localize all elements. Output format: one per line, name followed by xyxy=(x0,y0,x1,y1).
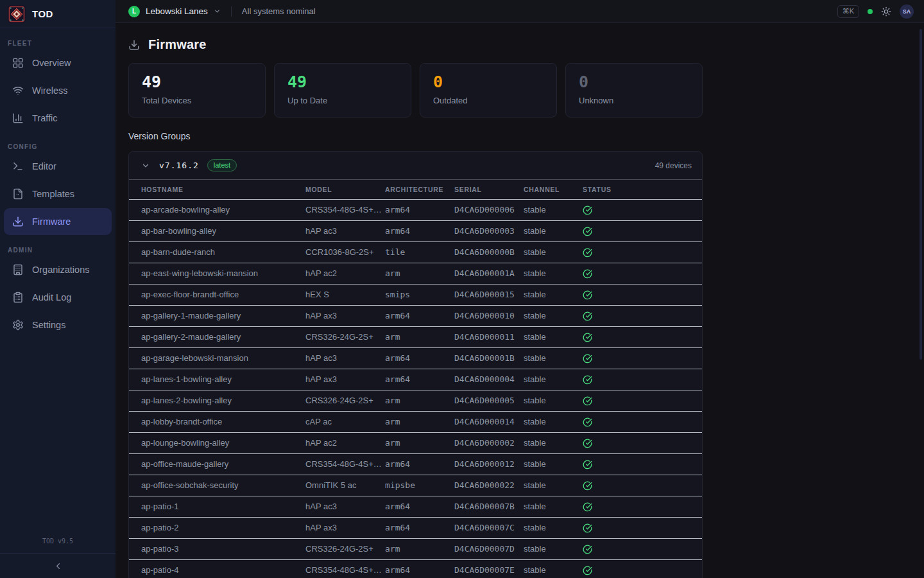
latest-badge: latest xyxy=(207,159,237,171)
cell-channel: stable xyxy=(524,517,583,538)
cell-serial: D4CA6D000022 xyxy=(454,475,524,496)
circle-check-icon xyxy=(583,354,592,363)
sidebar-item-templates[interactable]: Templates xyxy=(4,180,112,207)
sidebar-item-settings[interactable]: Settings xyxy=(4,311,112,338)
section-title: Version Groups xyxy=(128,131,924,141)
cell-architecture: arm64 xyxy=(385,453,454,475)
cell-status xyxy=(583,475,702,496)
sidebar-item-traffic[interactable]: Traffic xyxy=(4,105,112,132)
topbar: L Lebowski Lanes All systems nominal ⌘K … xyxy=(116,0,924,23)
brand-name: TOD xyxy=(32,8,53,19)
cell-channel: stable xyxy=(524,411,583,432)
cell-status xyxy=(583,241,702,263)
sidebar-item-firmware[interactable]: Firmware xyxy=(4,208,112,235)
command-palette-shortcut[interactable]: ⌘K xyxy=(837,5,859,18)
cell-channel: stable xyxy=(524,496,583,517)
table-row[interactable]: ap-gallery-1-maude-gallery hAP ax3 arm64… xyxy=(129,305,702,326)
table-row[interactable]: ap-barn-dude-ranch CCR1036-8G-2S+ tile D… xyxy=(129,241,702,263)
cell-architecture: arm xyxy=(385,411,454,432)
cell-status xyxy=(583,453,702,475)
sidebar-item-label: Organizations xyxy=(32,265,89,275)
cell-serial: D4CA6D00000B xyxy=(454,241,524,263)
theme-toggle-button[interactable] xyxy=(881,6,891,17)
org-name: Lebowski Lanes xyxy=(146,6,208,16)
circle-check-icon xyxy=(583,502,592,512)
cell-model: CRS326-24G-2S+ xyxy=(305,326,385,347)
cell-hostname: ap-arcade-bowling-alley xyxy=(129,199,305,220)
column-hostname: HOSTNAME xyxy=(129,180,305,199)
cell-status xyxy=(583,326,702,347)
main-area: L Lebowski Lanes All systems nominal ⌘K … xyxy=(116,0,924,578)
cell-model: hAP ac3 xyxy=(305,496,385,517)
cell-architecture: arm xyxy=(385,390,454,411)
cell-hostname: ap-patio-3 xyxy=(129,538,305,559)
user-avatar[interactable]: SA xyxy=(900,4,914,19)
cell-architecture: smips xyxy=(385,284,454,305)
table-row[interactable]: ap-gallery-2-maude-gallery CRS326-24G-2S… xyxy=(129,326,702,347)
cell-channel: stable xyxy=(524,347,583,369)
table-row[interactable]: ap-bar-bowling-alley hAP ac3 arm64 D4CA6… xyxy=(129,220,702,241)
cell-serial: D4CA6D000003 xyxy=(454,220,524,241)
download-icon xyxy=(128,39,140,51)
file-icon xyxy=(12,188,24,200)
cell-model: CRS326-24G-2S+ xyxy=(305,390,385,411)
cell-hostname: ap-patio-4 xyxy=(129,559,305,578)
table-row[interactable]: ap-patio-4 CRS354-48G-4S+… arm64 D4CA6D0… xyxy=(129,559,702,578)
table-row[interactable]: ap-lanes-1-bowling-alley hAP ax3 arm64 D… xyxy=(129,369,702,390)
cell-channel: stable xyxy=(524,432,583,453)
circle-check-icon xyxy=(583,523,592,533)
sidebar-item-organizations[interactable]: Organizations xyxy=(4,256,112,283)
sun-icon xyxy=(881,6,891,17)
stat-card-up-to-date: 49 Up to Date xyxy=(274,63,411,118)
wifi-icon xyxy=(12,85,24,96)
cell-status xyxy=(583,496,702,517)
cell-architecture: arm xyxy=(385,432,454,453)
live-status-dot xyxy=(868,9,873,14)
circle-check-icon xyxy=(583,269,592,279)
cell-hostname: ap-lanes-1-bowling-alley xyxy=(129,369,305,390)
column-serial: SERIAL xyxy=(454,180,524,199)
cell-channel: stable xyxy=(524,538,583,559)
circle-check-icon xyxy=(583,290,592,300)
circle-check-icon xyxy=(583,206,592,215)
table-row[interactable]: ap-patio-3 CRS326-24G-2S+ arm D4CA6D0000… xyxy=(129,538,702,559)
cell-channel: stable xyxy=(524,199,583,220)
table-row[interactable]: ap-patio-1 hAP ac3 arm64 D4CA6D00007B st… xyxy=(129,496,702,517)
sidebar-item-overview[interactable]: Overview xyxy=(4,49,112,76)
table-row[interactable]: ap-garage-lebowski-mansion hAP ac3 arm64… xyxy=(129,347,702,369)
cell-serial: D4CA6D00007B xyxy=(454,496,524,517)
sidebar-header: TOD xyxy=(0,0,116,28)
cell-status xyxy=(583,559,702,578)
table-row[interactable]: ap-office-sobchak-security OmniTIK 5 ac … xyxy=(129,475,702,496)
stat-label: Up to Date xyxy=(287,96,398,105)
app-logo-icon xyxy=(8,5,26,23)
sidebar-collapse-button[interactable] xyxy=(0,553,116,578)
table-row[interactable]: ap-lanes-2-bowling-alley CRS326-24G-2S+ … xyxy=(129,390,702,411)
stat-value: 49 xyxy=(142,73,252,92)
sidebar-item-audit-log[interactable]: Audit Log xyxy=(4,284,112,311)
cell-architecture: arm64 xyxy=(385,369,454,390)
table-row[interactable]: ap-lounge-bowling-alley hAP ac2 arm D4CA… xyxy=(129,432,702,453)
table-row[interactable]: ap-lobby-brandt-office cAP ac arm D4CA6D… xyxy=(129,411,702,432)
table-row[interactable]: ap-patio-2 hAP ax3 arm64 D4CA6D00007C st… xyxy=(129,517,702,538)
table-row[interactable]: ap-office-maude-gallery CRS354-48G-4S+… … xyxy=(129,453,702,475)
cell-architecture: arm64 xyxy=(385,559,454,578)
org-avatar: L xyxy=(128,6,140,17)
scrollbar-thumb[interactable] xyxy=(920,29,922,360)
cell-status xyxy=(583,284,702,305)
cell-model: hEX S xyxy=(305,284,385,305)
cell-model: hAP ax3 xyxy=(305,517,385,538)
cell-architecture: arm64 xyxy=(385,517,454,538)
stat-card-outdated: 0 Outdated xyxy=(420,63,557,118)
table-row[interactable]: ap-arcade-bowling-alley CRS354-48G-4S+… … xyxy=(129,199,702,220)
sidebar-item-editor[interactable]: Editor xyxy=(4,153,112,180)
table-row[interactable]: ap-exec-floor-brandt-office hEX S smips … xyxy=(129,284,702,305)
cell-channel: stable xyxy=(524,284,583,305)
circle-check-icon xyxy=(583,396,592,406)
sidebar-item-wireless[interactable]: Wireless xyxy=(4,77,112,104)
cell-channel: stable xyxy=(524,326,583,347)
stat-label: Total Devices xyxy=(142,96,252,105)
table-row[interactable]: ap-east-wing-lebowski-mansion hAP ac2 ar… xyxy=(129,263,702,284)
org-switcher[interactable]: L Lebowski Lanes xyxy=(128,6,221,17)
version-group-header[interactable]: v7.16.2 latest 49 devices xyxy=(129,152,702,180)
